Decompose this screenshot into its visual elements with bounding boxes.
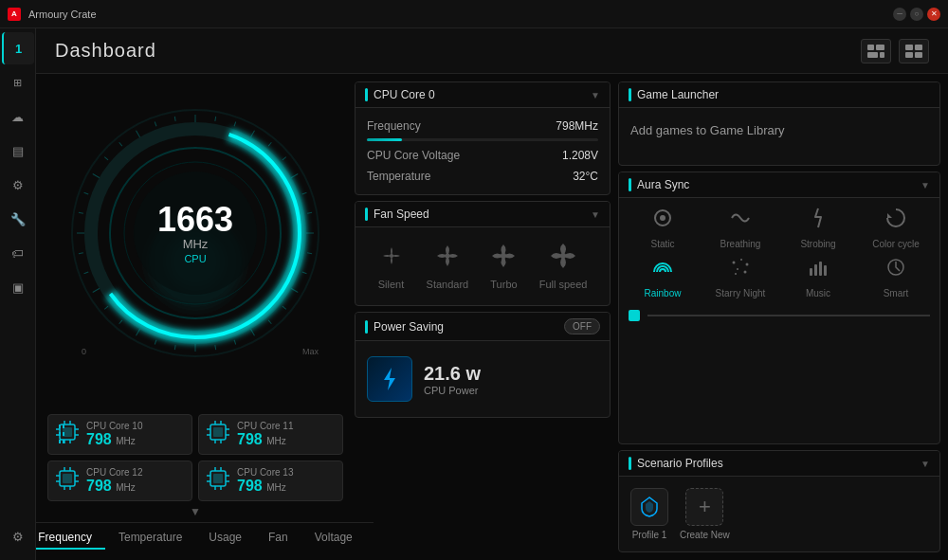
- monitor-icon: ⊞: [13, 77, 22, 89]
- core-freq-3: 798: [237, 478, 263, 494]
- svg-rect-0: [867, 45, 874, 50]
- cpu-core-title: CPU Core 0: [374, 88, 435, 101]
- expand-arrow[interactable]: ▼: [190, 501, 201, 522]
- scenario-profiles-panel: Scenario Profiles ▼ Profile 1: [618, 450, 940, 552]
- aura-strobing-label: Strobing: [800, 239, 835, 249]
- grid-icon-1: [867, 45, 884, 58]
- power-saving-header: Power Saving OFF: [356, 313, 610, 341]
- tab-usage[interactable]: Usage: [195, 527, 255, 550]
- tune-icon: ⚙: [12, 178, 24, 192]
- fan-full[interactable]: Full speed: [539, 243, 588, 290]
- core-name-3: CPU Core 13: [237, 467, 293, 478]
- freq-bar: [367, 138, 598, 141]
- svg-rect-72: [810, 268, 812, 276]
- svg-rect-2: [867, 52, 878, 58]
- core-cards: CPU Core 10 798 MHz: [44, 414, 347, 501]
- profile-create-new[interactable]: + Create New: [680, 488, 730, 540]
- tab-voltage[interactable]: Voltage: [301, 527, 366, 550]
- power-label: CPU Power: [424, 385, 481, 396]
- header-icons: [861, 39, 929, 63]
- temp-label: Temperature: [367, 170, 430, 183]
- app-icon: A: [8, 8, 21, 21]
- svg-rect-3: [880, 52, 884, 58]
- aura-colorcycle[interactable]: Color cycle: [860, 206, 932, 249]
- power-saving-body: 21.6 w CPU Power: [356, 341, 610, 417]
- core-freq-unit-0: MHz: [116, 436, 136, 446]
- profile-1-label: Profile 1: [632, 530, 667, 540]
- svg-point-67: [740, 259, 742, 261]
- svg-point-69: [737, 268, 738, 270]
- sidebar-item-monitor[interactable]: ⊞: [2, 66, 34, 99]
- aura-music[interactable]: Music: [782, 255, 854, 298]
- profile-1[interactable]: Profile 1: [630, 488, 668, 540]
- titlebar-left: A Armoury Crate: [8, 8, 97, 21]
- aura-smart[interactable]: Smart: [860, 255, 932, 298]
- svg-point-58: [390, 254, 393, 258]
- scenario-arrow: ▼: [921, 459, 930, 469]
- core-card-0: CPU Core 10 798 MHz: [47, 414, 192, 455]
- power-toggle[interactable]: OFF: [564, 318, 600, 334]
- tab-frequency[interactable]: Frequency: [36, 527, 105, 550]
- freq-label: Frequency: [367, 119, 421, 133]
- fan-full-icon: [550, 243, 576, 275]
- grid-icon-2: [905, 45, 922, 58]
- svg-rect-39: [63, 474, 72, 483]
- sidebar-item-display[interactable]: ▣: [2, 271, 34, 303]
- aura-slider-line[interactable]: [647, 315, 930, 316]
- cpu-icon-1: [207, 421, 229, 448]
- fan-speed-header: Fan Speed ▼: [356, 202, 610, 227]
- svg-rect-7: [915, 52, 922, 58]
- cpu-icon-3: [207, 467, 229, 495]
- sidebar-item-cloud[interactable]: ☁: [2, 100, 34, 133]
- sidebar-item-settings[interactable]: ⚙: [2, 520, 34, 552]
- tab-fan[interactable]: Fan: [255, 527, 301, 550]
- aura-static[interactable]: Static: [627, 206, 699, 249]
- core-name-0: CPU Core 10: [86, 421, 142, 431]
- gauge-unit: MHz: [157, 237, 233, 251]
- svg-rect-29: [213, 427, 223, 437]
- grid-view-2-button[interactable]: [899, 39, 929, 63]
- fan-silent-label: Silent: [378, 279, 405, 290]
- core-info-0: CPU Core 10 798 MHz: [86, 421, 142, 448]
- fan-turbo[interactable]: Turbo: [490, 243, 517, 290]
- svg-rect-5: [915, 45, 922, 50]
- aura-strobing[interactable]: Strobing: [782, 206, 854, 249]
- fan-turbo-icon: [490, 243, 517, 275]
- sidebar-item-home[interactable]: 1: [2, 32, 34, 64]
- tab-temperature[interactable]: Temperature: [105, 527, 195, 550]
- voltage-label: CPU Core Voltage: [367, 149, 460, 162]
- aura-grid: Static Breathing Strobing: [619, 198, 939, 306]
- grid-view-1-button[interactable]: [861, 39, 891, 63]
- aura-slider-row: [619, 306, 939, 329]
- svg-point-59: [445, 254, 449, 259]
- freq-value: 798MHz: [556, 119, 598, 133]
- aura-smart-icon: [884, 255, 908, 284]
- sidebar-item-storage[interactable]: ▤: [2, 135, 34, 167]
- svg-rect-73: [814, 264, 817, 276]
- svg-rect-6: [905, 52, 913, 58]
- cpu-icon-0: [56, 421, 79, 448]
- core-info-3: CPU Core 13 798 MHz: [237, 467, 293, 495]
- sidebar-item-tune[interactable]: ⚙: [2, 169, 34, 201]
- fan-silent[interactable]: Silent: [378, 243, 405, 290]
- minimize-button[interactable]: ─: [893, 8, 906, 21]
- sidebar-item-tools[interactable]: 🔧: [2, 203, 34, 235]
- stat-row-temp: Temperature 32°C: [367, 166, 598, 187]
- sidebar-item-tag[interactable]: 🏷: [2, 237, 34, 269]
- aura-breathing[interactable]: Breathing: [704, 206, 776, 249]
- aura-rainbow[interactable]: Rainbow: [627, 255, 699, 298]
- window-controls[interactable]: ─ ○ ✕: [893, 8, 940, 21]
- aura-sync-panel: Aura Sync ▼ Static: [618, 172, 940, 444]
- temp-value: 32°C: [573, 170, 598, 183]
- close-button[interactable]: ✕: [927, 8, 940, 21]
- scenario-profiles-title: Scenario Profiles: [637, 457, 723, 470]
- fan-standard[interactable]: Standard: [427, 243, 469, 290]
- aura-smart-label: Smart: [884, 288, 909, 298]
- core-card-3: CPU Core 13 798 MHz: [198, 461, 343, 501]
- gauge-value: 1663: [157, 203, 233, 237]
- maximize-button[interactable]: ○: [910, 8, 923, 21]
- svg-rect-1: [876, 45, 884, 50]
- header: Dashboard: [36, 28, 948, 74]
- aura-starrynight[interactable]: Starry Night: [704, 255, 776, 298]
- aura-music-icon: [806, 255, 830, 284]
